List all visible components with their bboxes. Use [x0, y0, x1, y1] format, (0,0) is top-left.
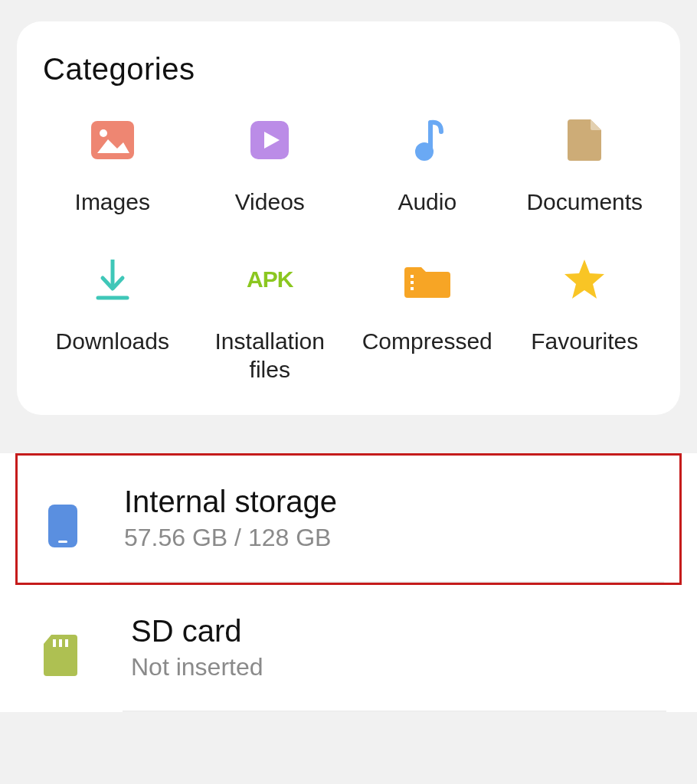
svg-rect-14	[65, 639, 68, 647]
storage-internal-subtitle: 57.56 GB / 128 GB	[124, 524, 672, 552]
storage-list: Internal storage 57.56 GB / 128 GB SD ca…	[0, 453, 697, 712]
category-label: Documents	[526, 188, 643, 217]
categories-title: Categories	[43, 52, 663, 87]
audio-icon	[404, 117, 450, 163]
categories-card: Categories Images Videos	[17, 21, 680, 415]
phone-storage-icon	[44, 501, 81, 550]
category-images[interactable]: Images	[34, 117, 191, 217]
storage-internal-title: Internal storage	[124, 485, 672, 519]
category-label: Installation files	[197, 327, 342, 384]
category-compressed[interactable]: Compressed	[348, 256, 506, 384]
svg-rect-0	[91, 121, 134, 159]
storage-sdcard-text: SD card Not inserted	[131, 614, 689, 697]
divider	[110, 581, 664, 583]
svg-rect-11	[58, 541, 67, 543]
storage-internal[interactable]: Internal storage 57.56 GB / 128 GB	[15, 453, 682, 585]
svg-rect-12	[53, 639, 56, 647]
category-label: Images	[75, 188, 150, 217]
category-label: Downloads	[56, 327, 169, 356]
storage-sdcard-title: SD card	[131, 614, 689, 648]
category-label: Favourites	[531, 327, 638, 356]
downloads-icon	[90, 256, 136, 302]
sdcard-icon	[42, 631, 79, 680]
storage-internal-text: Internal storage 57.56 GB / 128 GB	[124, 485, 672, 567]
svg-rect-7	[411, 275, 414, 278]
apk-icon: APK	[247, 256, 293, 302]
divider	[123, 710, 666, 712]
videos-icon	[247, 117, 293, 163]
category-favourites[interactable]: Favourites	[506, 256, 664, 384]
category-label: Audio	[398, 188, 456, 217]
images-icon	[90, 117, 136, 163]
category-videos[interactable]: Videos	[191, 117, 349, 217]
category-downloads[interactable]: Downloads	[34, 256, 191, 384]
category-documents[interactable]: Documents	[506, 117, 664, 217]
svg-rect-8	[411, 281, 414, 284]
documents-icon	[561, 117, 607, 163]
svg-rect-9	[411, 287, 414, 290]
svg-rect-13	[59, 639, 62, 647]
category-label: Videos	[235, 188, 305, 217]
favourites-icon	[561, 256, 607, 302]
category-audio[interactable]: Audio	[348, 117, 506, 217]
categories-grid: Images Videos Audio	[34, 117, 663, 384]
category-label: Compressed	[362, 327, 492, 356]
category-installation-files[interactable]: APK Installation files	[191, 256, 349, 384]
storage-sdcard[interactable]: SD card Not inserted	[0, 585, 697, 712]
svg-point-1	[100, 129, 107, 137]
storage-sdcard-subtitle: Not inserted	[131, 653, 689, 681]
compressed-icon	[404, 256, 450, 302]
svg-point-4	[415, 142, 434, 161]
